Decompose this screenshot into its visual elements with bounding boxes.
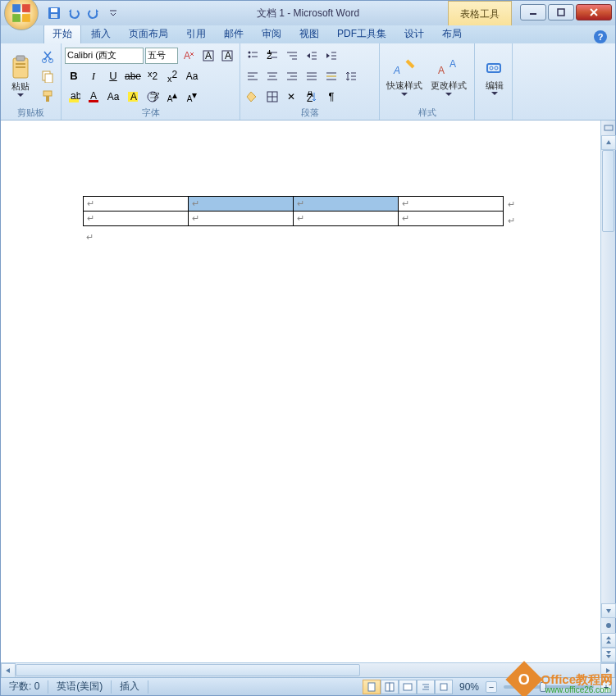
align-left-button[interactable]	[244, 67, 262, 85]
shading-button[interactable]	[244, 88, 262, 106]
zoom-level[interactable]: 90%	[454, 681, 484, 693]
web-layout-view-icon[interactable]	[399, 680, 417, 694]
bold-button[interactable]: B	[65, 67, 83, 85]
save-button[interactable]	[45, 4, 63, 22]
qat-customize-dropdown[interactable]	[104, 4, 122, 22]
insert-mode[interactable]: 插入	[115, 680, 144, 694]
outline-view-icon[interactable]	[417, 680, 435, 694]
scroll-thumb[interactable]	[16, 664, 360, 676]
scroll-track[interactable]	[601, 150, 615, 603]
copy-button[interactable]	[39, 67, 57, 85]
tab-references[interactable]: 引用	[178, 25, 214, 43]
svg-rect-10	[16, 56, 25, 61]
tab-review[interactable]: 审阅	[253, 25, 290, 43]
increase-indent-button[interactable]	[322, 47, 340, 65]
subscript-button[interactable]: x2	[144, 67, 162, 85]
table-cell[interactable]: ↵	[399, 197, 504, 212]
draft-view-icon[interactable]	[435, 680, 453, 694]
show-hide-button[interactable]: ¶	[322, 88, 340, 106]
format-painter-button[interactable]	[39, 87, 57, 105]
character-border-button[interactable]: A	[218, 47, 236, 65]
distributed-button[interactable]	[322, 67, 340, 85]
align-right-button[interactable]	[283, 67, 301, 85]
change-case-button[interactable]: Aa	[183, 67, 201, 85]
editing-button[interactable]: 编辑	[478, 46, 511, 108]
font-shrink-button[interactable]: A▾	[183, 88, 201, 106]
next-page-icon[interactable]	[601, 648, 616, 662]
help-icon[interactable]: ?	[594, 30, 607, 43]
align-center-button[interactable]	[263, 67, 281, 85]
underline-button[interactable]: U	[104, 67, 122, 85]
line-spacing-button[interactable]	[342, 67, 360, 85]
table-row[interactable]: ↵ ↵ ↵ ↵	[84, 197, 504, 212]
change-styles-button[interactable]: AA 更改样式	[427, 46, 470, 106]
font-name-select[interactable]	[65, 48, 144, 64]
quick-styles-button[interactable]: A 快速样式	[383, 46, 426, 106]
table-cell-selected[interactable]: ↵	[294, 197, 399, 212]
full-screen-view-icon[interactable]	[381, 680, 399, 694]
word-count[interactable]: 字数: 0	[4, 680, 44, 694]
table-row[interactable]: ↵ ↵ ↵ ↵	[84, 212, 504, 226]
bullets-button[interactable]	[244, 47, 262, 65]
italic-button[interactable]: I	[84, 67, 103, 85]
grow-font-button[interactable]: Aa	[104, 88, 122, 106]
font-color-button[interactable]: A	[84, 88, 103, 106]
scroll-up-arrow-icon[interactable]	[601, 135, 616, 150]
scroll-thumb[interactable]	[602, 150, 614, 232]
highlight-button[interactable]: ab	[65, 88, 83, 106]
scroll-down-arrow-icon[interactable]	[601, 603, 616, 618]
character-shading-button[interactable]: A	[124, 88, 142, 106]
close-button[interactable]	[576, 4, 612, 20]
language-status[interactable]: 英语(美国)	[52, 680, 107, 694]
font-size-select[interactable]	[145, 48, 178, 64]
borders-button[interactable]	[263, 88, 281, 106]
quick-access-toolbar	[45, 4, 122, 22]
table-cell[interactable]: ↵	[399, 212, 504, 226]
cut-button[interactable]	[39, 48, 57, 66]
prev-page-icon[interactable]	[601, 633, 616, 648]
ruler-toggle-icon[interactable]	[601, 121, 615, 135]
zoom-out-button[interactable]: −	[486, 681, 497, 693]
vertical-scrollbar[interactable]	[600, 121, 615, 662]
tab-home[interactable]: 开始	[43, 24, 81, 43]
font-grow-button[interactable]: A▴	[163, 88, 181, 106]
undo-button[interactable]	[65, 4, 83, 22]
table-cell[interactable]: ↵	[84, 197, 189, 212]
tab-view[interactable]: 视图	[291, 25, 327, 43]
minimize-button[interactable]	[520, 4, 546, 20]
tab-page-layout[interactable]: 页面布局	[121, 25, 176, 43]
phonetic-guide-button[interactable]: A	[199, 47, 217, 65]
clear-formatting-button[interactable]: A	[180, 47, 198, 65]
text-direction-button[interactable]: ✕	[283, 88, 301, 106]
numbering-button[interactable]: 12	[263, 47, 281, 65]
print-layout-view-icon[interactable]	[363, 680, 381, 694]
superscript-button[interactable]: x2	[163, 67, 181, 85]
table-cell[interactable]: ↵	[84, 212, 189, 226]
multilevel-list-button[interactable]	[283, 47, 301, 65]
redo-button[interactable]	[84, 4, 103, 22]
tab-pdf-tools[interactable]: PDF工具集	[329, 25, 395, 43]
paragraph-mark: ↵	[86, 232, 94, 243]
justify-button[interactable]	[303, 67, 321, 85]
ribbon: 粘贴 剪贴板 A A	[1, 43, 615, 121]
browse-object-icon[interactable]	[601, 618, 615, 633]
maximize-button[interactable]	[548, 4, 574, 20]
tab-table-design[interactable]: 设计	[396, 25, 432, 43]
tab-mailings[interactable]: 邮件	[216, 25, 252, 43]
tab-insert[interactable]: 插入	[83, 25, 119, 43]
document-viewport[interactable]: ↵ ↵ ↵ ↵ ↵ ↵ ↵ ↵ ↵ ↵ ↵	[1, 121, 600, 662]
enclose-characters-button[interactable]: 字	[144, 88, 162, 106]
tab-table-layout[interactable]: 布局	[434, 25, 470, 43]
decrease-indent-button[interactable]	[303, 47, 321, 65]
svg-text:A: A	[438, 65, 445, 76]
scroll-left-arrow-icon[interactable]	[1, 663, 16, 678]
strikethrough-button[interactable]: abe	[124, 67, 142, 85]
paste-button[interactable]: 粘贴	[4, 46, 37, 106]
table-cell[interactable]: ↵	[189, 212, 294, 226]
table-cell-selected[interactable]: ↵	[189, 197, 294, 212]
sort-button[interactable]: AZ	[303, 88, 321, 106]
svg-text:A: A	[393, 65, 400, 76]
table[interactable]: ↵ ↵ ↵ ↵ ↵ ↵ ↵ ↵ ↵ ↵ ↵	[83, 196, 504, 226]
table-cell[interactable]: ↵	[294, 212, 399, 226]
svg-rect-17	[43, 91, 52, 96]
